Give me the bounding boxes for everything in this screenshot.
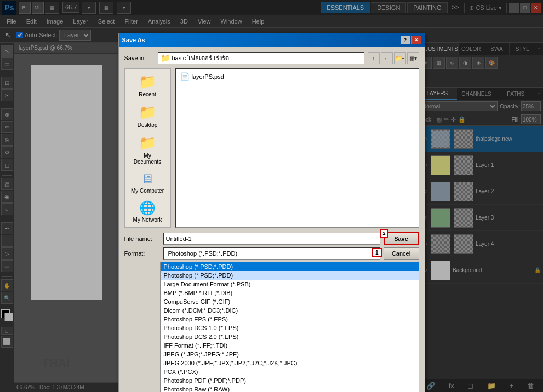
- format-option[interactable]: BMP (*.BMP;*.RLE;*.DIB): [161, 289, 419, 297]
- save-button[interactable]: 2 Save: [384, 232, 419, 245]
- go-back-button[interactable]: ←: [381, 52, 393, 64]
- format-label: Format:: [124, 250, 160, 257]
- save-in-path: basic โฟลเดอร์ เร่งรัด: [172, 53, 230, 63]
- save-in-row: Save in: 📁 basic โฟลเดอร์ เร่งรัด ↑ ← 📁+…: [124, 52, 419, 64]
- dialog-sidebar: 📁 Recent 📁 Desktop 📁 My Documents 🖥 My C…: [124, 68, 171, 228]
- sidebar-item-my-computer[interactable]: 🖥 My Computer: [128, 169, 167, 196]
- computer-icon: 🖥: [141, 171, 154, 187]
- save-in-select[interactable]: 📁 basic โฟลเดอร์ เร่งรัด: [158, 52, 364, 64]
- format-option[interactable]: Photoshop PDF (*.PDF;*.PDP): [161, 376, 419, 385]
- filename-input[interactable]: [163, 233, 380, 245]
- format-option[interactable]: IFF Format (*.IFF;*.TDI): [161, 341, 419, 350]
- format-badge: 1: [372, 248, 382, 257]
- dialog-title-icons: ? ✕: [401, 36, 421, 44]
- sidebar-item-my-network[interactable]: 🌐 My Network: [128, 198, 167, 225]
- go-up-button[interactable]: ↑: [368, 52, 380, 64]
- format-option[interactable]: Photoshop (*.PSD;*.PDD): [161, 262, 419, 271]
- format-option[interactable]: Photoshop DCS 2.0 (*.EPS): [161, 332, 419, 341]
- format-option[interactable]: JPEG 2000 (*.JPF;*.JPX;*.JP2;*.J2C;*.J2K…: [161, 359, 419, 367]
- sidebar-item-recent[interactable]: 📁 Recent: [128, 71, 167, 100]
- sidebar-documents-label: My Documents: [130, 153, 165, 165]
- sidebar-network-label: My Network: [133, 217, 162, 223]
- save-btn-label: Save: [394, 235, 408, 242]
- file-list-area: 📄 layerPS.psd: [175, 68, 419, 228]
- sidebar-computer-label: My Computer: [131, 188, 164, 194]
- format-option[interactable]: Dicom (*.DCM;*.DC3;*.DIC): [161, 306, 419, 315]
- sidebar-item-desktop[interactable]: 📁 Desktop: [128, 102, 167, 130]
- dialog-help-button[interactable]: ?: [401, 36, 410, 44]
- dialog-body: Save in: 📁 basic โฟลเดอร์ เร่งรัด ↑ ← 📁+…: [119, 47, 425, 392]
- format-option[interactable]: Photoshop (*.PSD;*.PDD): [161, 271, 419, 280]
- format-option[interactable]: PCX (*.PCX): [161, 367, 419, 376]
- sidebar-desktop-label: Desktop: [138, 122, 158, 128]
- documents-folder-icon: 📁: [139, 135, 156, 152]
- format-select[interactable]: Photoshop (*.PSD;*.PDD): [163, 247, 380, 260]
- format-row: Format: Photoshop (*.PSD;*.PDD) 1 Cancel: [124, 247, 419, 260]
- format-option[interactable]: JPEG (*.JPG;*.JPEG;*.JPE): [161, 350, 419, 359]
- save-as-dialog: Save As ? ✕ Save in: 📁 basic โฟลเดอร์ เร…: [118, 33, 425, 392]
- save-in-label: Save in:: [124, 55, 155, 61]
- dialog-titlebar: Save As ? ✕: [119, 33, 425, 47]
- file-icon: 📄: [180, 72, 190, 81]
- dialog-title: Save As: [122, 37, 145, 43]
- format-option[interactable]: Photoshop Raw (*.RAW): [161, 385, 419, 392]
- format-option[interactable]: Large Document Format (*.PSB): [161, 280, 419, 289]
- view-menu-button[interactable]: ▦▾: [407, 52, 419, 64]
- buttons-col: 2 Save: [384, 232, 419, 245]
- create-folder-button[interactable]: 📁+: [394, 52, 406, 64]
- dialog-close-button[interactable]: ✕: [411, 36, 421, 44]
- cancel-button[interactable]: Cancel: [384, 247, 419, 260]
- desktop-folder-icon: 📁: [139, 104, 156, 121]
- filename-label: File name:: [124, 235, 160, 242]
- format-option[interactable]: Photoshop EPS (*.EPS): [161, 315, 419, 324]
- format-dropdown: Photoshop (*.PSD;*.PDD) Photoshop (*.PSD…: [160, 262, 419, 392]
- dialog-overlay: Save As ? ✕ Save in: 📁 basic โฟลเดอร์ เร…: [0, 0, 543, 392]
- format-option[interactable]: Photoshop DCS 1.0 (*.EPS): [161, 324, 419, 332]
- dialog-content: 📁 Recent 📁 Desktop 📁 My Documents 🖥 My C…: [124, 68, 419, 228]
- recent-folder-icon: 📁: [139, 73, 156, 90]
- network-icon: 🌐: [139, 200, 156, 216]
- file-name: layerPS.psd: [192, 73, 224, 80]
- filename-row: File name: 2 Save: [124, 232, 419, 245]
- format-option[interactable]: CompuServe GIF (*.GIF): [161, 297, 419, 306]
- save-in-folder-icon: 📁: [161, 54, 170, 62]
- sidebar-recent-label: Recent: [139, 91, 156, 97]
- file-item[interactable]: 📄 layerPS.psd: [178, 71, 416, 82]
- save-in-toolbar: ↑ ← 📁+ ▦▾: [368, 52, 419, 64]
- dialog-bottom: File name: 2 Save Format: Photoshop (*.P…: [124, 232, 419, 392]
- sidebar-item-my-documents[interactable]: 📁 My Documents: [128, 132, 167, 167]
- save-badge: 2: [380, 229, 388, 238]
